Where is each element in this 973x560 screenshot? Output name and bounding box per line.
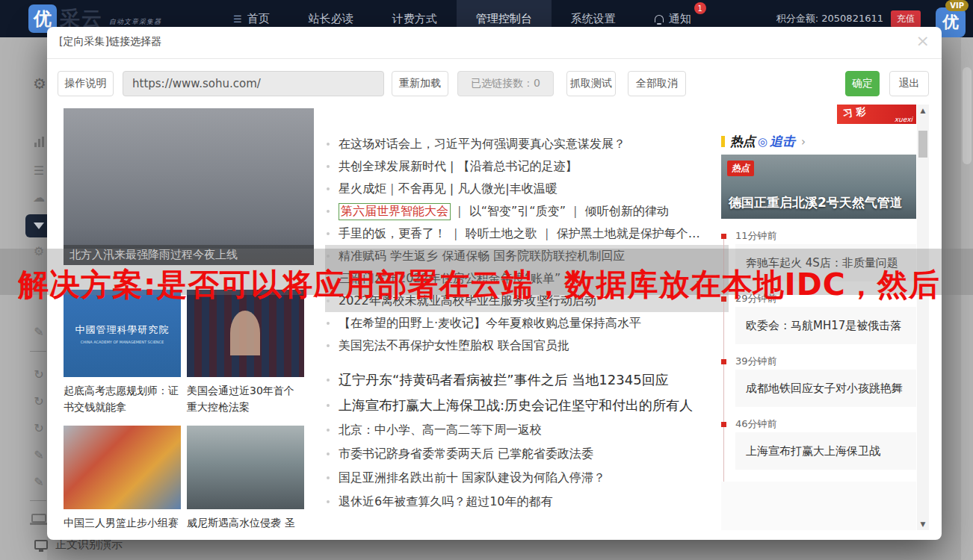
brand-tagline: 自动文章采集器 bbox=[109, 17, 161, 27]
news-thumb[interactable]: 中国三人男篮止步小组赛 bbox=[64, 426, 181, 530]
exit-button[interactable]: 退出 bbox=[889, 71, 929, 96]
news-link[interactable]: 辽宁丹东“持黄码者看病被拦”事件之后 当地12345回应 bbox=[325, 367, 729, 393]
thumb-caption[interactable]: 美国会通过近30年首个重大控枪法案 bbox=[187, 382, 304, 415]
cloud-upload-icon[interactable]: ☁ bbox=[30, 190, 48, 205]
news-link[interactable]: 美国宪法不再保护女性堕胎权 联合国官员批 bbox=[325, 335, 729, 357]
red-square-icon bbox=[721, 234, 726, 239]
news-link[interactable]: 共创全球发展新时代 | 【沿着总书记的足迹】 bbox=[325, 155, 729, 178]
news-link[interactable]: 市委书记跻身省委常委两天后 已掌舵省委政法委 bbox=[325, 442, 729, 466]
news-link-list: 在这场对话会上，习近平为何强调要真心实意谋发展？ 共创全球发展新时代 | 【沿着… bbox=[325, 133, 729, 514]
annotation-text: 解决方案:是否可以将应用部署在云端，数据库放在本地IDC，然后 bbox=[18, 264, 973, 305]
selected-count-box: 已选链接数：0 bbox=[457, 71, 554, 96]
hot-topic-photo[interactable]: 热点 德国正重启北溪2号天然气管道 bbox=[721, 155, 916, 219]
modal-title: [定向采集]链接选择器 bbox=[59, 35, 161, 49]
yellow-bar bbox=[721, 136, 725, 147]
thumb-photo-basketball[interactable] bbox=[64, 426, 181, 509]
news-link[interactable]: 北京：中小学、高一高二等下周一返校 bbox=[325, 418, 729, 442]
cancel-all-button[interactable]: 全部取消 bbox=[628, 71, 686, 96]
modal-scrollbar[interactable]: ▲ ▼ bbox=[917, 105, 929, 530]
red-square-icon bbox=[721, 359, 726, 364]
grab-test-button[interactable]: 抓取测试 bbox=[566, 71, 616, 96]
thumb-caption[interactable]: 威尼斯遇高水位侵袭 圣 bbox=[187, 514, 304, 530]
refresh-icon[interactable]: ↻ bbox=[30, 394, 48, 408]
reload-button[interactable]: 重新加载 bbox=[392, 71, 448, 96]
sidebar-divider bbox=[30, 500, 46, 501]
timeline-item: 39分钟前 成都地铁回应女子对小孩跳艳舞 bbox=[721, 353, 916, 407]
list-gap bbox=[325, 357, 729, 367]
news-link[interactable]: 手里的饭，更香了！ ｜ 聆听土地之歌 ｜ 保护黑土地就是保护每个… bbox=[325, 223, 729, 245]
timeline-time: 46分钟前 bbox=[721, 416, 916, 432]
news-link[interactable]: 第六届世界智能大会 ｜ 以“智变”引“质变” ｜ 倾听创新的律动 bbox=[325, 200, 729, 223]
ad-banner[interactable]: 习 彩 xuexi bbox=[837, 105, 916, 124]
news-link[interactable]: 上海宣布打赢大上海保卫战:历史会记住坚守和付出的所有人 bbox=[325, 393, 729, 418]
gear-icon[interactable]: ⚙ bbox=[33, 75, 46, 93]
timeline-news-link[interactable]: 上海宣布打赢大上海保卫战 bbox=[735, 432, 916, 470]
hot-topic-caption[interactable]: 德国正重启北溪2号天然气管道 bbox=[729, 194, 903, 211]
red-square-icon bbox=[721, 422, 726, 427]
refresh-icon[interactable]: ↻ bbox=[30, 421, 48, 435]
edit-icon[interactable]: ✎ bbox=[30, 448, 48, 462]
thumb-caption[interactable]: 起底高考志愿规划师：证书交钱就能拿 bbox=[64, 382, 181, 415]
selected-link-highlight[interactable]: 第六届世界智能大会 bbox=[339, 203, 451, 220]
scroll-up-icon[interactable]: ▲ bbox=[917, 105, 929, 116]
news-link[interactable]: 星火成炬｜不舍再见 | 凡人微光|丰收温暖 bbox=[325, 178, 729, 200]
timeline-time: 39分钟前 bbox=[721, 353, 916, 370]
refresh-icon[interactable]: ↻ bbox=[30, 367, 48, 382]
timeline-time: 11分钟前 bbox=[721, 228, 916, 244]
news-thumb[interactable]: 威尼斯遇高水位侵袭 圣 bbox=[187, 426, 304, 530]
hot-pursuit-header[interactable]: 热点 ◎ 追击 › bbox=[721, 133, 806, 150]
sidebar-divider bbox=[30, 351, 46, 352]
chart-icon[interactable] bbox=[30, 136, 48, 150]
laptop-icon[interactable] bbox=[31, 514, 46, 523]
notification-badge: 1 bbox=[694, 2, 706, 14]
monitor-icon bbox=[34, 540, 48, 550]
vip-badge: VIP bbox=[945, 0, 969, 11]
main-news-photo[interactable]: 北方入汛来最强降雨过程今夜上线 bbox=[64, 108, 314, 265]
news-link[interactable]: 退休近6年被查算久吗？超过10年的都有 bbox=[325, 490, 729, 514]
news-link[interactable]: 国足亚洲排名跌出前十 国家队建设为何陷入停滞？ bbox=[325, 466, 729, 490]
embedded-webpage: 北方入汛来最强降雨过程今夜上线 中國管理科學研究院 CHINA ACADEMY … bbox=[47, 105, 942, 530]
help-button[interactable]: 操作说明 bbox=[58, 71, 114, 96]
edit-icon[interactable]: ✎ bbox=[30, 475, 48, 489]
timeline-item: 46分钟前 上海宣布打赢大上海保卫战 bbox=[721, 416, 916, 470]
thumb-caption[interactable]: 中国三人男篮止步小组赛 bbox=[64, 514, 181, 530]
edit-icon[interactable]: ✎ bbox=[30, 325, 48, 339]
points-balance: 积分金额: 2050821611 bbox=[776, 12, 883, 25]
hot-badge: 热点 bbox=[727, 161, 754, 176]
news-link[interactable]: 在这场对话会上，习近平为何强调要真心实意谋发展？ bbox=[325, 133, 729, 155]
url-input[interactable] bbox=[123, 71, 384, 96]
timeline-news-link[interactable]: 成都地铁回应女子对小孩跳艳舞 bbox=[735, 370, 916, 407]
recharge-button[interactable]: 充值 bbox=[891, 10, 921, 28]
news-thumb[interactable]: 中國管理科學研究院 CHINA ACADEMY OF MANAGEMENT SC… bbox=[64, 290, 181, 415]
thumb-photo-venice[interactable] bbox=[187, 426, 304, 509]
modal-toolbar: 操作说明 重新加载 已选链接数：0 抓取测试 全部取消 确定 退出 bbox=[58, 71, 929, 96]
bell-icon bbox=[655, 15, 664, 22]
target-icon: ◎ bbox=[758, 135, 767, 149]
list-icon[interactable]: ☰ bbox=[30, 164, 48, 178]
modal-scrollbar-thumb[interactable] bbox=[918, 131, 927, 158]
hamburger-icon: ☰ bbox=[233, 13, 242, 25]
right-column-filler bbox=[721, 482, 916, 530]
timeline-news-link[interactable]: 欧委会：马航MH17是被俄击落 bbox=[735, 307, 916, 344]
modal-header: [定向采集]链接选择器 × bbox=[47, 27, 942, 59]
close-icon[interactable]: × bbox=[916, 33, 930, 49]
confirm-button[interactable]: 确定 bbox=[845, 71, 880, 96]
news-link[interactable]: 【在希望的田野上·麦收记】今年夏粮收购总量保持高水平 bbox=[325, 312, 729, 335]
news-thumb[interactable]: 美国会通过近30年首个重大控枪法案 bbox=[187, 290, 304, 415]
scroll-down-icon[interactable]: ▼ bbox=[917, 518, 929, 530]
page-scrollbar-thumb[interactable] bbox=[963, 67, 972, 164]
chevron-right-icon: › bbox=[801, 135, 806, 149]
